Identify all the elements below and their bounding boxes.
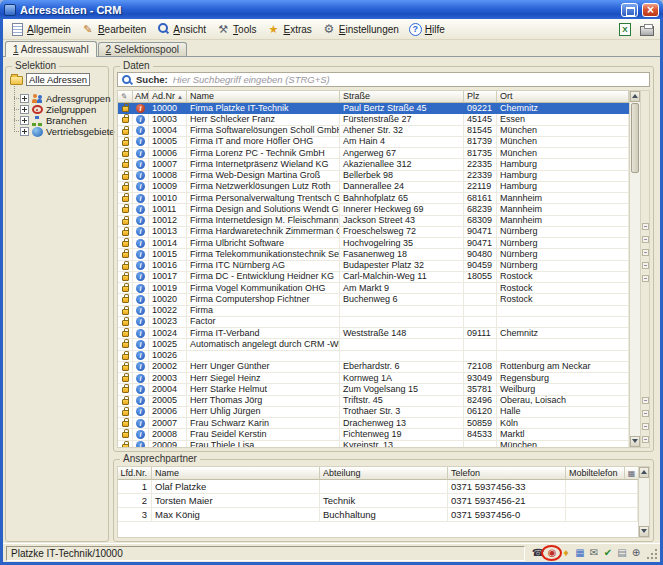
grid-side-button[interactable] (642, 249, 649, 256)
column-header-ort[interactable]: Ort (497, 91, 629, 103)
table-row[interactable]: 10008 Firma Web-Design Martina Groß Bell… (118, 171, 629, 182)
tree-item-branchen[interactable]: Branchen (20, 115, 106, 126)
table-row[interactable]: 20005 Herr Thomas Jörg Triftstr. 45 8249… (118, 396, 629, 407)
grid-side-button[interactable] (642, 236, 649, 243)
table-row[interactable]: 10009 Firma Netzwerklösungen Lutz Roth D… (118, 182, 629, 193)
menu-item-einstellungen[interactable]: Einstellungen (317, 20, 404, 38)
tree-item-alle-adressen[interactable]: Alle Adressen (10, 73, 106, 86)
scrollbar-track[interactable] (630, 174, 640, 436)
table-row[interactable]: 10003 Herr Schlecker Franz Fürstenstraße… (118, 114, 629, 125)
table-row[interactable]: 10020 Firma Computershop Fichtner Buchen… (118, 294, 629, 305)
expand-icon[interactable] (20, 127, 29, 136)
info-icon (136, 182, 145, 191)
scroll-up-button[interactable] (630, 91, 640, 102)
column-header-abteilung[interactable]: Abteilung (320, 467, 448, 480)
print-button[interactable] (638, 21, 656, 37)
table-row[interactable]: 20008 Frau Seidel Kerstin Fichtenweg 19 … (118, 429, 629, 440)
menu-item-bearbeiten[interactable]: Bearbeiten (76, 20, 151, 38)
key-icon[interactable] (559, 546, 573, 560)
contact-row[interactable]: 1 Olaf Platzke 0371 5937456-33 (118, 480, 638, 494)
table-row[interactable]: 20006 Herr Uhlig Jürgen Trothaer Str. 3 … (118, 407, 629, 418)
table-row[interactable]: 10012 Firma Internetdesign M. Fleischman… (118, 216, 629, 227)
column-header-name[interactable]: Name (187, 91, 340, 103)
table-row[interactable]: 10023 Factor (118, 317, 629, 328)
menu-item-tools[interactable]: Tools (211, 20, 261, 38)
tree-item-zielgruppen[interactable]: Zielgruppen (20, 104, 106, 115)
column-header-plz[interactable]: Plz (464, 91, 497, 103)
column-header-name[interactable]: Name (152, 467, 320, 480)
table-row[interactable]: 10006 Firma Lorenz PC - Technik GmbH Ang… (118, 148, 629, 159)
scroll-down-button[interactable] (639, 526, 649, 537)
column-header-strasse[interactable]: Straße (340, 91, 464, 103)
tree-item-vertriebsgebiete[interactable]: Vertriebsgebiete (20, 126, 106, 137)
scroll-down-button[interactable] (630, 436, 640, 447)
table-row[interactable]: 10004 Firma Softwarelösungen Scholl GmbH… (118, 126, 629, 137)
magnifier-icon[interactable] (120, 74, 133, 86)
expand-icon[interactable] (20, 105, 29, 114)
table-row[interactable]: 10024 Firma IT-Verband Weststraße 148 09… (118, 328, 629, 339)
table-row[interactable]: 10011 Firma Design and Solutions Wendt G… (118, 204, 629, 215)
table-row[interactable]: 20002 Herr Unger Günther Eberhardstr. 6 … (118, 362, 629, 373)
table-row[interactable]: 10010 Firma Personalverwaltung Trentsch … (118, 193, 629, 204)
tree-item-adressgruppen[interactable]: Adressgruppen (20, 93, 106, 104)
table-row[interactable]: 20007 Frau Schwarz Karin Drachenweg 13 5… (118, 418, 629, 429)
grid-side-button[interactable] (642, 397, 649, 404)
column-header-mobiltelefon[interactable]: Mobiltelefon (566, 467, 625, 480)
info-icon (136, 295, 145, 304)
menu-item-extras[interactable]: Extras (261, 20, 316, 38)
table-row[interactable]: 10015 Firma Telekommunikationstechnik Se… (118, 249, 629, 260)
table-row[interactable]: 10014 Firma Ulbricht Software Hochvogelr… (118, 238, 629, 249)
excel-export-button[interactable] (616, 21, 634, 37)
expand-icon[interactable] (20, 94, 29, 103)
table-row[interactable]: 10013 Firma Hardwaretechnik Zimmerman OH… (118, 227, 629, 238)
tab-selektionspool[interactable]: 2 Selektionspool (98, 42, 187, 56)
scrollbar-thumb[interactable] (631, 103, 639, 173)
table-row[interactable]: 10022 Firma (118, 306, 629, 317)
search-input[interactable] (171, 74, 649, 86)
sync-icon[interactable] (629, 546, 643, 560)
check-icon[interactable] (601, 546, 615, 560)
table-row[interactable]: 10000 Firma Platzke IT-Technik Paul Bert… (118, 103, 629, 114)
restore-button[interactable] (621, 3, 638, 17)
close-button[interactable] (642, 3, 659, 17)
table-row[interactable]: 10026 (118, 351, 629, 362)
column-header-edit[interactable] (118, 91, 133, 103)
grid-side-button[interactable] (642, 410, 649, 417)
grid-icon[interactable] (573, 546, 587, 560)
record-icon[interactable] (545, 546, 559, 560)
table-row[interactable]: 10005 Firma IT and more Höfler OHG Am Ha… (118, 137, 629, 148)
table-row[interactable]: 10019 Firma Vogel Kommunikation OHG Am M… (118, 283, 629, 294)
column-header-adnr[interactable]: Ad.Nr (149, 91, 187, 103)
scroll-up-button[interactable] (639, 467, 649, 478)
table-row[interactable]: 10007 Firma Internetpräsenz Wieland KG A… (118, 159, 629, 170)
tab-adressauswahl[interactable]: 1 Adressauswahl (5, 41, 97, 57)
column-header-am[interactable]: AM (133, 91, 149, 103)
mail-icon[interactable] (587, 546, 601, 560)
list-icon[interactable] (615, 546, 629, 560)
resize-grip[interactable] (646, 548, 658, 560)
grid-side-button[interactable] (642, 423, 649, 430)
table-row[interactable]: 20003 Herr Siegel Heinz Kornweg 1A 93049… (118, 373, 629, 384)
column-chooser-button[interactable] (625, 467, 638, 480)
column-header-lfdnr[interactable]: Lfd.Nr. (118, 467, 152, 480)
menu-item-ansicht[interactable]: Ansicht (151, 20, 211, 38)
expand-icon[interactable] (20, 116, 29, 125)
table-row[interactable]: 10017 Firma DC - Entwicklung Heidner KG … (118, 272, 629, 283)
table-row[interactable]: 20004 Herr Starke Helmut Zum Vogelsang 1… (118, 384, 629, 395)
scrollbar-track[interactable] (639, 478, 649, 526)
menu-item-hilfe[interactable]: Hilfe (404, 21, 450, 38)
grid-side-button[interactable] (642, 262, 649, 269)
grid-side-button[interactable] (642, 223, 649, 230)
tree-label: Branchen (46, 115, 87, 126)
contact-row[interactable]: 3 Max König Buchhaltung 0371 5937456-0 (118, 508, 638, 522)
menu-item-allgemein[interactable]: Allgemein (5, 20, 76, 38)
table-row[interactable]: 10025 Automatisch angelegt durch CRM -Wi… (118, 339, 629, 350)
column-header-telefon[interactable]: Telefon (448, 467, 566, 480)
lock-icon (122, 387, 129, 393)
table-row[interactable]: 10016 Firma ITC Nürnberg AG Budapester P… (118, 261, 629, 272)
table-row[interactable]: 20009 Frau Thiele Lisa Kyreinstr. 13 Mün… (118, 441, 629, 448)
phone-icon[interactable] (531, 546, 545, 560)
grid-side-button[interactable] (642, 436, 649, 443)
contact-row[interactable]: 2 Torsten Maier Technik 0371 5937456-21 (118, 494, 638, 508)
grid-side-button[interactable] (642, 275, 649, 282)
